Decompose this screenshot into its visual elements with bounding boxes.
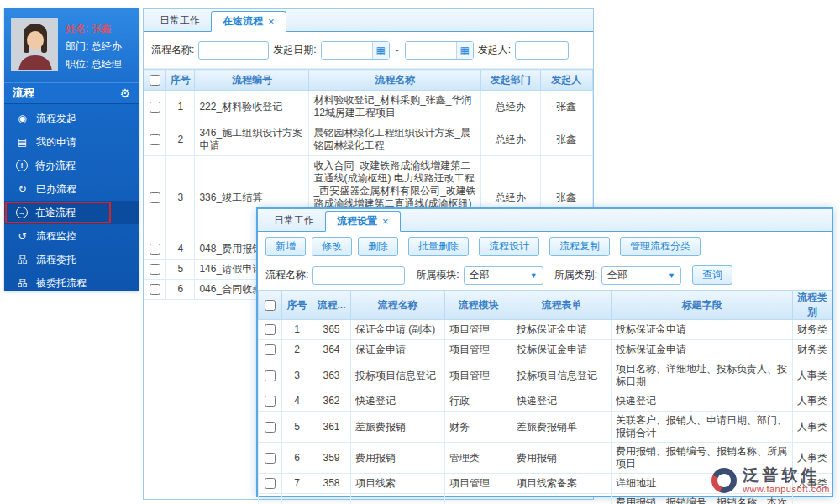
date-from-field: ▦ (321, 41, 390, 60)
edit-button[interactable]: 修改 (312, 237, 352, 256)
profile-department: 部门: 总经办 (66, 38, 122, 55)
delete-button[interactable]: 删除 (358, 237, 398, 256)
row-checkbox[interactable] (150, 134, 160, 145)
row-checkbox[interactable] (150, 102, 160, 113)
column-header[interactable]: 发起人 (540, 70, 593, 91)
tab-label: 流程设置 (337, 214, 377, 228)
flow-name-input[interactable] (312, 266, 405, 285)
sidebar-item-label: 被委托流程 (36, 276, 87, 291)
cell-module: 行政 (445, 391, 512, 412)
row-checkbox[interactable] (150, 244, 160, 255)
table-row[interactable]: 4362快递登记行政快递登记快递登记人事类 (259, 391, 832, 412)
select-all-checkbox[interactable] (150, 75, 160, 86)
close-tab-icon[interactable]: × (268, 16, 275, 27)
close-tab-icon[interactable]: × (382, 216, 389, 227)
manage-flow-category-button[interactable]: 管理流程分类 (620, 237, 701, 256)
date-from-input[interactable] (322, 42, 372, 59)
cell-flow-name: 保证金申请 (副本) (351, 320, 445, 340)
column-header[interactable]: 流程模块 (445, 291, 512, 320)
calendar-icon[interactable]: ▦ (372, 42, 389, 59)
column-header[interactable]: 流程类别 (793, 291, 832, 320)
row-checkbox[interactable] (265, 344, 276, 355)
search-button[interactable]: 查询 (692, 265, 732, 285)
sidebar-item-finished[interactable]: ↻已办流程 (4, 177, 139, 201)
category-select[interactable]: 全部 ▼ (601, 266, 681, 285)
row-checkbox[interactable] (265, 478, 276, 489)
module-select[interactable]: 全部 ▼ (464, 266, 543, 285)
sidebar-item-todo[interactable]: !待办流程 (4, 154, 139, 177)
cell-no: 1 (282, 320, 312, 340)
sidebar: 姓名: 张鑫 部门: 总经办 职位: 总经理 流程 ⚙ ◉流程发起▤我的申请!待… (4, 8, 139, 291)
table-row[interactable]: 3363投标项目信息登记项目管理投标项目信息登记项目名称、详细地址、投标负责人、… (259, 360, 832, 391)
sidebar-item-monitor[interactable]: ↺流程监控 (4, 224, 139, 248)
profile-photo (11, 18, 58, 71)
cell-title-field: 费用报销、报销编号、报销名称、本次报销金额 (612, 494, 793, 504)
table-row[interactable]: 8357测试费用报销财务费用报销费用报销、报销编号、报销名称、本次报销金额财务类 (259, 494, 832, 504)
cell-flow-id: 362 (312, 391, 351, 412)
table-row[interactable]: 2346_施工组织设计方案申请晨铭园林绿化工程组织设计方案_晨铭园林绿化工程总经… (144, 123, 593, 156)
cell-flow-name: 投标项目信息登记 (351, 360, 445, 391)
row-checkbox[interactable] (150, 192, 160, 203)
row-checkbox[interactable] (150, 264, 160, 275)
row-checkbox[interactable] (265, 370, 276, 381)
column-header[interactable]: 序号 (282, 291, 312, 320)
date-to-input[interactable] (406, 42, 456, 59)
column-header[interactable]: 流程编号 (195, 70, 309, 91)
checkbox-cell (259, 391, 282, 412)
row-checkbox[interactable] (265, 396, 276, 407)
cell-no: 8 (282, 494, 312, 504)
sidebar-item-in-transit[interactable]: →在途流程 (4, 201, 139, 224)
main-tab-daily-work[interactable]: 日常工作 (149, 10, 211, 31)
checkbox-cell (259, 443, 282, 474)
flow-settings-window: 日常工作流程设置× 新增修改删除批量删除流程设计流程复制管理流程分类 流程名称:… (256, 207, 833, 497)
column-header[interactable]: 发起部门 (480, 70, 540, 91)
row-checkbox[interactable] (265, 422, 276, 433)
column-header[interactable]: 流程名称 (309, 70, 481, 91)
sidebar-item-label: 流程委托 (36, 253, 76, 267)
row-checkbox[interactable] (150, 284, 160, 295)
table-row[interactable]: 2364保证金申请项目管理投标保证金申请投标保证金申请财务类 (259, 340, 832, 360)
column-header[interactable]: 流程名称 (351, 291, 445, 320)
sender-label: 发起人: (478, 43, 511, 57)
fanpu-logo-icon (711, 468, 737, 493)
column-header[interactable]: 序号 (166, 70, 195, 91)
table-row[interactable]: 1222_材料验收登记材料验收登记_材料采购_张鑫_华润12城房建工程项目总经办… (144, 91, 593, 123)
settings-tab-flow-settings[interactable]: 流程设置× (325, 211, 401, 232)
cell-no: 6 (166, 280, 195, 300)
checkbox-cell (259, 494, 282, 504)
cell-flow-name: 费用报销 (351, 443, 445, 474)
flow-copy-button[interactable]: 流程复制 (549, 237, 610, 256)
sender-input[interactable] (515, 41, 569, 60)
sidebar-item-delegate[interactable]: 品流程委托 (4, 248, 139, 271)
sidebar-item-launch[interactable]: ◉流程发起 (4, 107, 139, 130)
sidebar-item-delegated[interactable]: 品被委托流程 (4, 271, 139, 295)
row-checkbox[interactable] (265, 453, 276, 464)
cell-flow-name: 快递登记 (351, 391, 445, 412)
profile-position: 职位: 总经理 (66, 55, 122, 73)
column-header[interactable]: 流程表单 (512, 291, 612, 320)
batch-delete-button[interactable]: 批量删除 (408, 237, 469, 256)
row-checkbox[interactable] (265, 324, 276, 335)
document-icon: ▤ (16, 136, 29, 149)
settings-tab-daily-work[interactable]: 日常工作 (263, 210, 325, 231)
calendar-icon[interactable]: ▦ (456, 42, 473, 59)
cell-no: 4 (282, 391, 312, 412)
flow-design-button[interactable]: 流程设计 (479, 237, 539, 256)
add-button[interactable]: 新增 (265, 237, 306, 256)
cell-title-field: 项目名称、详细地址、投标负责人、投标日期 (612, 360, 793, 391)
gear-icon[interactable]: ⚙ (119, 87, 130, 100)
sidebar-item-my-apply[interactable]: ▤我的申请 (4, 130, 139, 154)
cell-sender: 张鑫 (540, 91, 593, 123)
cell-title-field: 投标保证金申请 (612, 320, 793, 340)
cell-no: 5 (166, 260, 195, 280)
select-all-checkbox[interactable] (265, 300, 276, 311)
flow-name-label: 流程名称: (151, 43, 194, 57)
cell-module: 项目管理 (445, 340, 512, 360)
column-header[interactable]: 标题字段 (612, 291, 793, 320)
flow-name-input[interactable] (198, 41, 269, 60)
checkbox-cell (259, 474, 282, 494)
table-row[interactable]: 5361差旅费报销财务差旅费报销单关联客户、报销人、申请日期、部门、报销合计人事… (259, 412, 832, 443)
main-tab-in-transit[interactable]: 在途流程× (211, 11, 286, 32)
table-row[interactable]: 1365保证金申请 (副本)项目管理投标保证金申请投标保证金申请财务类 (259, 320, 832, 340)
column-header[interactable]: 流程... (312, 291, 351, 320)
